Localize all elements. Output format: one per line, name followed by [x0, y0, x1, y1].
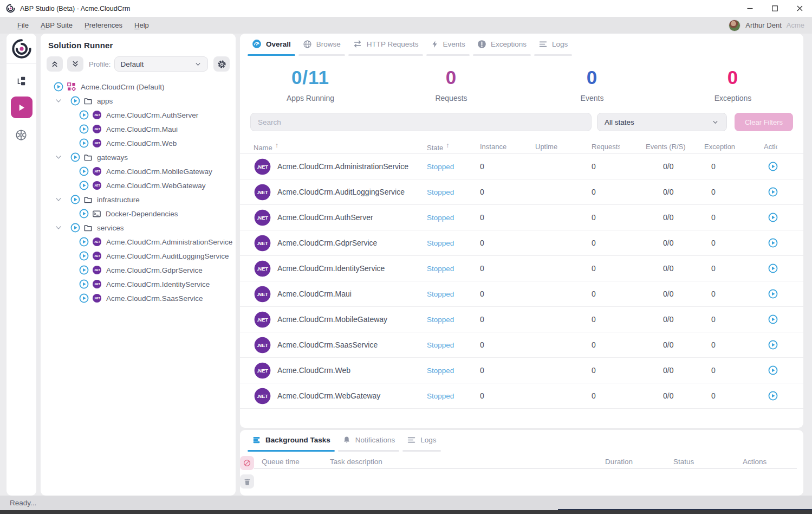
service-state: Stopped	[427, 188, 480, 196]
abp-logo-icon	[6, 4, 15, 13]
solution-tree: Acme.CloudCrm (Default)apps.NETAcme.Clou…	[41, 80, 236, 305]
tree-item[interactable]: .NETAcme.CloudCrm.MobileGateway	[41, 164, 236, 178]
folder-icon	[83, 195, 93, 204]
menu-preferences[interactable]: Preferences	[79, 19, 128, 31]
menu-abp-suite[interactable]: ABP Suite	[35, 19, 78, 31]
tree-item[interactable]: .NETAcme.CloudCrm.GdprService	[41, 263, 236, 277]
play-circle-icon	[768, 238, 778, 248]
svg-text:.NET: .NET	[94, 127, 100, 131]
tab-browse[interactable]: Browse	[298, 34, 345, 56]
start-service-button[interactable]	[767, 339, 779, 351]
tree-item[interactable]: .NETAcme.CloudCrm.WebGateway	[41, 178, 236, 192]
menu-file[interactable]: File	[12, 19, 34, 31]
tree-item[interactable]: services	[41, 221, 236, 235]
profile-label: Profile:	[89, 60, 111, 68]
run-node-icon	[79, 251, 89, 261]
cancel-tasks-button[interactable]	[240, 456, 254, 470]
minimize-button[interactable]	[737, 0, 762, 17]
bottom-tab-logs[interactable]: Logs	[402, 430, 440, 452]
kubernetes-button[interactable]	[11, 126, 31, 144]
runner-settings-button[interactable]	[213, 56, 230, 72]
tree-expander-icon	[55, 153, 62, 161]
expand-all-button[interactable]	[67, 56, 83, 72]
column-header-state[interactable]: State↑	[427, 141, 480, 151]
tab-label: HTTP Requests	[367, 40, 419, 48]
start-service-button[interactable]	[767, 288, 779, 300]
svg-text:.NET: .NET	[94, 297, 100, 300]
column-header-label: Exceptions	[704, 143, 735, 151]
service-instance: 0	[480, 340, 535, 349]
service-name: Acme.CloudCrm.AdministrationService	[277, 162, 408, 171]
exclamation-circle-icon	[477, 40, 486, 49]
start-service-button[interactable]	[767, 160, 779, 172]
profile-select[interactable]: Default	[114, 56, 208, 72]
user-name[interactable]: Arthur Dent	[745, 21, 781, 29]
tree-item[interactable]: apps	[41, 94, 236, 108]
service-instance: 0	[480, 391, 535, 400]
service-state: Stopped	[427, 214, 480, 222]
start-service-button[interactable]	[767, 211, 779, 223]
tree-item[interactable]: .NETAcme.CloudCrm.SaasService	[41, 291, 236, 305]
tab-label: Exceptions	[491, 40, 527, 48]
tasks-column-duration: Duration	[605, 458, 673, 466]
column-header-label: Name	[254, 144, 272, 152]
search-input[interactable]	[250, 113, 592, 131]
run-node-icon	[70, 152, 80, 162]
service-events: 0/0	[646, 315, 704, 324]
svg-text:.NET: .NET	[94, 142, 100, 145]
tree-item[interactable]: .NETAcme.CloudCrm.Maui	[41, 122, 236, 136]
maximize-button[interactable]	[762, 0, 787, 17]
solution-runner-button[interactable]	[11, 97, 33, 118]
column-header-instance: Instance	[480, 142, 535, 151]
tree-item[interactable]: gateways	[41, 150, 236, 164]
close-button[interactable]	[787, 0, 812, 17]
run-node-icon	[79, 265, 89, 275]
dotnet-icon: .NET	[254, 158, 271, 176]
svg-text:.NET: .NET	[94, 268, 100, 272]
clear-filters-button[interactable]: Clear Filters	[735, 113, 793, 131]
tree-item[interactable]: .NETAcme.CloudCrm.AuditLoggingService	[41, 249, 236, 263]
dotnet-icon: .NET	[254, 362, 271, 380]
stat-requests: 0Requests	[381, 67, 522, 102]
tree-item[interactable]: infrastructure	[41, 192, 236, 207]
tab-events[interactable]: Events	[426, 34, 470, 56]
tree-item[interactable]: .NETAcme.CloudCrm.IdentityService	[41, 277, 236, 291]
tab-overall[interactable]: Overall	[248, 34, 295, 56]
tree-item[interactable]: Acme.CloudCrm (Default)	[41, 80, 236, 94]
run-node-icon	[79, 124, 89, 134]
tab-http-requests[interactable]: HTTP Requests	[348, 34, 423, 56]
collapse-all-button[interactable]	[47, 56, 63, 72]
tab-logs[interactable]: Logs	[534, 34, 572, 56]
play-circle-icon	[768, 162, 778, 171]
start-service-button[interactable]	[767, 364, 779, 376]
tab-exceptions[interactable]: Exceptions	[473, 34, 531, 56]
column-header-name[interactable]: Name↑	[254, 141, 427, 151]
service-name: Acme.CloudCrm.WebGateway	[277, 391, 380, 400]
service-row: .NETAcme.CloudCrm.MauiStopped000/00	[240, 281, 803, 307]
clear-tasks-button[interactable]	[240, 474, 254, 489]
start-service-button[interactable]	[767, 390, 779, 402]
service-row: .NETAcme.CloudCrm.AdministrationServiceS…	[240, 154, 803, 179]
service-actions-cell	[764, 313, 803, 325]
svg-text:.NET: .NET	[94, 113, 100, 117]
service-requests: 0	[592, 188, 646, 196]
start-service-button[interactable]	[767, 262, 779, 274]
tree-item[interactable]: .NETAcme.CloudCrm.AdministrationService	[41, 235, 236, 249]
bottom-tab-background-tasks[interactable]: Background Tasks	[248, 430, 335, 452]
service-name-cell: .NETAcme.CloudCrm.AuditLoggingService	[254, 183, 427, 201]
tree-item[interactable]: .NETAcme.CloudCrm.AuthServer	[41, 108, 236, 122]
service-instance: 0	[480, 315, 535, 324]
solution-explorer-button[interactable]	[11, 72, 31, 90]
state-filter-select[interactable]: All states	[597, 113, 727, 131]
bottom-tab-notifications[interactable]: Notifications	[338, 430, 400, 452]
tree-item[interactable]: Docker-Dependencies	[41, 207, 236, 221]
start-service-button[interactable]	[767, 237, 779, 249]
start-service-button[interactable]	[767, 186, 779, 198]
tree-item[interactable]: .NETAcme.CloudCrm.Web	[41, 136, 236, 150]
play-circle-icon	[768, 264, 778, 273]
start-service-button[interactable]	[767, 313, 779, 325]
service-actions-cell	[764, 160, 803, 172]
folder-icon	[83, 97, 93, 106]
user-avatar[interactable]	[729, 20, 740, 31]
menu-help[interactable]: Help	[129, 19, 154, 31]
